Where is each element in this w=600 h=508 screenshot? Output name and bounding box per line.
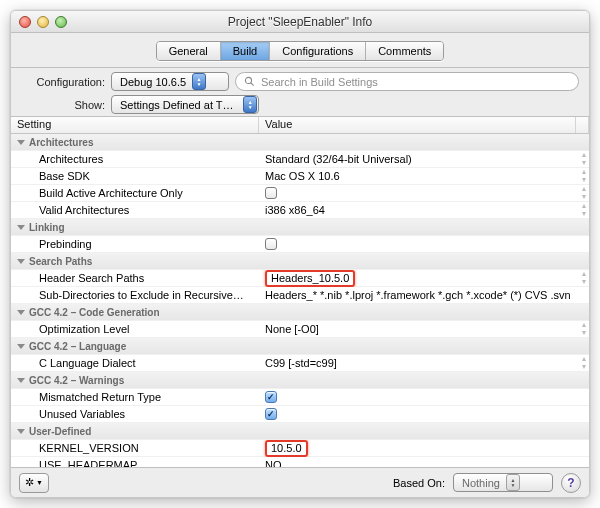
gear-icon: ✲ [25,476,34,489]
table-header: Setting Value [11,117,589,134]
disclosure-triangle-icon [17,429,25,434]
footer: ✲▼ Based On: Nothing ? [11,467,589,497]
based-on-label: Based On: [393,477,445,489]
setting-key: C Language Dialect [11,357,259,369]
table-row[interactable]: Header Search PathsHeaders_10.5.0 [11,270,589,287]
svg-line-1 [251,83,254,86]
setting-value[interactable]: Mac OS X 10.6 [259,170,579,182]
setting-key: Header Search Paths [11,272,259,284]
show-label: Show: [21,99,105,111]
table-body[interactable]: ArchitecturesArchitecturesStandard (32/6… [11,134,589,467]
setting-value[interactable]: Headers_10.5.0 [259,270,579,287]
search-input[interactable] [259,75,570,89]
group-header[interactable]: GCC 4.2 – Warnings [11,372,589,389]
setting-key: Mismatched Return Type [11,391,259,403]
group-header[interactable]: Search Paths [11,253,589,270]
table-row[interactable]: Prebinding [11,236,589,253]
settings-table: Setting Value ArchitecturesArchitectures… [11,117,589,467]
table-row[interactable]: KERNEL_VERSION10.5.0 [11,440,589,457]
setting-key: USE_HEADERMAP [11,459,259,467]
minimize-icon[interactable] [37,16,49,28]
search-field[interactable] [235,72,579,91]
setting-key: Architectures [11,153,259,165]
stepper-icon[interactable] [579,270,589,286]
stepper-icon[interactable] [579,202,589,218]
stepper-icon[interactable] [579,185,589,201]
setting-key: Optimization Level [11,323,259,335]
help-button[interactable]: ? [561,473,581,493]
checkbox[interactable] [265,238,277,250]
stepper-icon[interactable] [579,321,589,337]
table-row[interactable]: Mismatched Return Type [11,389,589,406]
tab-general[interactable]: General [157,42,221,60]
disclosure-triangle-icon [17,225,25,230]
table-row[interactable]: Build Active Architecture Only [11,185,589,202]
stepper-icon[interactable] [579,355,589,371]
setting-value[interactable] [259,238,579,250]
stepper-icon[interactable] [579,168,589,184]
setting-value[interactable] [259,187,579,199]
column-value[interactable]: Value [259,117,576,133]
setting-value[interactable]: Standard (32/64-bit Universal) [259,153,579,165]
tab-build[interactable]: Build [221,42,270,60]
zoom-icon[interactable] [55,16,67,28]
action-menu-button[interactable]: ✲▼ [19,473,49,493]
group-header[interactable]: GCC 4.2 – Language [11,338,589,355]
disclosure-triangle-icon [17,259,25,264]
group-header[interactable]: Architectures [11,134,589,151]
show-value: Settings Defined at Thi… [120,99,237,111]
table-row[interactable]: Sub-Directories to Exclude in Recursive…… [11,287,589,304]
chevron-down-icon: ▼ [36,479,43,486]
setting-key: Valid Architectures [11,204,259,216]
setting-key: Build Active Architecture Only [11,187,259,199]
setting-value[interactable] [259,391,579,403]
configuration-popup[interactable]: Debug 10.6.5 [111,72,229,91]
svg-point-0 [245,77,251,83]
search-icon [244,76,255,87]
setting-value[interactable]: i386 x86_64 [259,204,579,216]
setting-key: Sub-Directories to Exclude in Recursive… [11,289,259,301]
configuration-value: Debug 10.6.5 [120,76,186,88]
setting-key: KERNEL_VERSION [11,442,259,454]
titlebar: Project "SleepEnabler" Info [11,11,589,33]
group-header[interactable]: Linking [11,219,589,236]
setting-value[interactable]: 10.5.0 [259,440,579,457]
chevron-updown-icon [243,96,257,113]
column-setting[interactable]: Setting [11,117,259,133]
window-title: Project "SleepEnabler" Info [11,15,589,29]
table-row[interactable]: ArchitecturesStandard (32/64-bit Univers… [11,151,589,168]
stepper-icon[interactable] [579,151,589,167]
setting-key: Prebinding [11,238,259,250]
close-icon[interactable] [19,16,31,28]
table-row[interactable]: USE_HEADERMAPNO [11,457,589,467]
setting-value[interactable]: C99 [-std=c99] [259,357,579,369]
tab-comments[interactable]: Comments [366,42,443,60]
table-row[interactable]: Optimization LevelNone [-O0] [11,321,589,338]
setting-value[interactable] [259,408,579,420]
chevron-updown-icon [192,73,206,90]
table-row[interactable]: Valid Architecturesi386 x86_64 [11,202,589,219]
highlighted-value: 10.5.0 [265,440,308,457]
tab-bar: GeneralBuildConfigurationsComments [11,33,589,68]
build-toolbar: Configuration: Debug 10.6.5 Show: Settin… [11,68,589,117]
group-header[interactable]: GCC 4.2 – Code Generation [11,304,589,321]
disclosure-triangle-icon [17,140,25,145]
disclosure-triangle-icon [17,378,25,383]
setting-value[interactable]: Headers_* *.nib *.lproj *.framework *.gc… [259,289,579,301]
checkbox[interactable] [265,391,277,403]
table-row[interactable]: Unused Variables [11,406,589,423]
checkbox[interactable] [265,187,277,199]
highlighted-value: Headers_10.5.0 [265,270,355,287]
show-popup[interactable]: Settings Defined at Thi… [111,95,259,114]
based-on-popup[interactable]: Nothing [453,473,553,492]
checkbox[interactable] [265,408,277,420]
setting-value[interactable]: NO [259,459,579,467]
table-row[interactable]: Base SDKMac OS X 10.6 [11,168,589,185]
table-row[interactable]: C Language DialectC99 [-std=c99] [11,355,589,372]
group-header[interactable]: User-Defined [11,423,589,440]
setting-key: Unused Variables [11,408,259,420]
based-on-value: Nothing [462,477,500,489]
tab-configurations[interactable]: Configurations [270,42,366,60]
setting-value[interactable]: None [-O0] [259,323,579,335]
project-info-window: Project "SleepEnabler" Info GeneralBuild… [10,10,590,498]
